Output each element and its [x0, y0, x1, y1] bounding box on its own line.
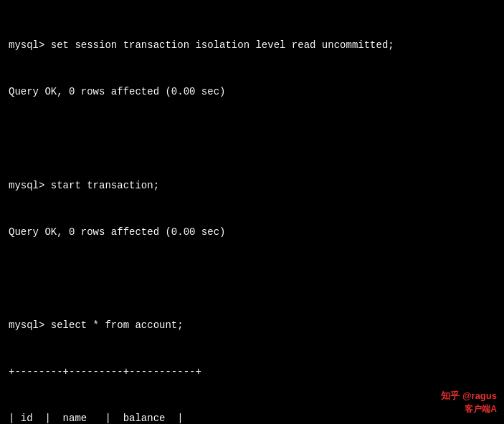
cmd-start-transaction: mysql> start transaction;	[9, 178, 495, 194]
watermark: 知乎 @ragus 客户端A	[441, 389, 497, 416]
table1-sep-top: +--------+---------+-----------+	[9, 365, 495, 380]
watermark-line1: 知乎 @ragus	[441, 389, 497, 403]
table1-header: | id | name | balance |	[9, 411, 495, 424]
cmd-select-1: mysql> select * from account;	[9, 318, 495, 334]
result-set-isolation: Query OK, 0 rows affected (0.00 sec)	[9, 85, 495, 100]
blank-2	[9, 271, 495, 287]
cmd-set-isolation: mysql> set session transaction isolation…	[9, 38, 495, 54]
blank-1	[9, 132, 495, 148]
result-start-transaction: Query OK, 0 rows affected (0.00 sec)	[9, 225, 495, 241]
terminal: mysql> set session transaction isolation…	[0, 0, 504, 424]
watermark-line2: 客户端A	[441, 403, 497, 415]
